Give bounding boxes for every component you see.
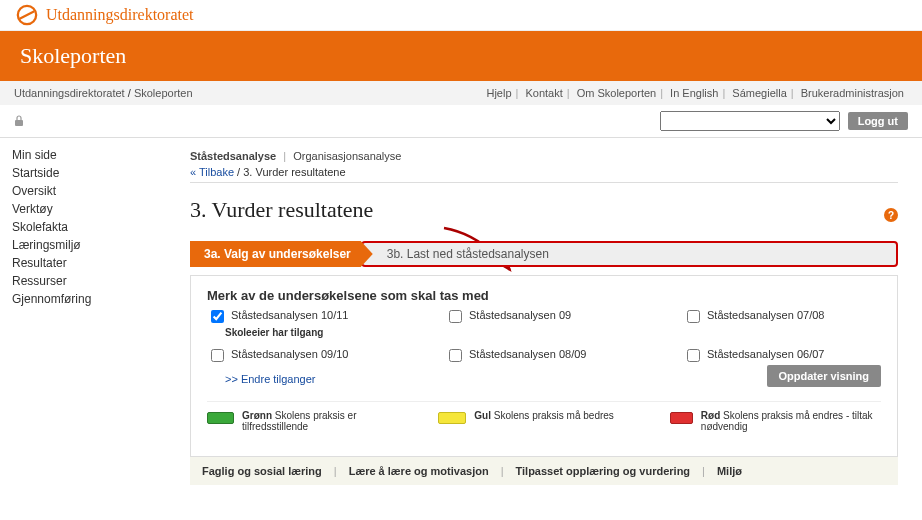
survey-checkbox-input[interactable] bbox=[687, 310, 700, 323]
checkbox-label: Ståstedsanalysen 09/10 bbox=[231, 348, 348, 360]
svg-rect-2 bbox=[15, 120, 23, 126]
survey-row: Ståstedsanalysen 10/11 Skoleeier har til… bbox=[207, 309, 881, 338]
checkbox-label: Ståstedsanalysen 07/08 bbox=[707, 309, 824, 321]
divider bbox=[190, 182, 898, 183]
tab-3a[interactable]: 3a. Valg av undersøkelser bbox=[190, 241, 373, 267]
survey-checkbox[interactable]: Ståstedsanalysen 07/08 bbox=[683, 309, 881, 326]
swatch-green bbox=[207, 412, 234, 424]
change-access-link[interactable]: >> Endre tilganger bbox=[225, 373, 316, 385]
portal-title-bar: Skoleporten bbox=[0, 31, 922, 81]
survey-checkbox[interactable]: Ståstedsanalysen 10/11 bbox=[207, 309, 405, 326]
survey-checkbox-input[interactable] bbox=[211, 310, 224, 323]
sidebar-item[interactable]: Startside bbox=[12, 164, 182, 182]
util-link[interactable]: Hjelp bbox=[486, 87, 511, 99]
access-note: Skoleeier har tilgang bbox=[225, 327, 405, 338]
survey-checkbox[interactable]: Ståstedsanalysen 09/10 bbox=[207, 348, 405, 365]
legend-yellow: Gul Skolens praksis må bedres bbox=[438, 410, 649, 432]
legend-red: Rød Skolens praksis må endres - tiltak n… bbox=[670, 410, 881, 432]
breadcrumb-link-a[interactable]: Utdanningsdirektoratet bbox=[14, 87, 125, 99]
sidebar-item[interactable]: Verktøy bbox=[12, 200, 182, 218]
survey-checkbox-input[interactable] bbox=[449, 349, 462, 362]
panel-title: Merk av de undersøkelsene som skal tas m… bbox=[207, 288, 881, 303]
sidebar-item[interactable]: Min side bbox=[12, 146, 182, 164]
logout-button[interactable]: Logg ut bbox=[848, 112, 908, 130]
brand-icon bbox=[16, 4, 38, 26]
util-link[interactable]: Kontakt bbox=[525, 87, 562, 99]
survey-checkbox-input[interactable] bbox=[449, 310, 462, 323]
sidebar-item[interactable]: Læringsmiljø bbox=[12, 236, 182, 254]
breadcrumb-link-b[interactable]: Skoleporten bbox=[134, 87, 193, 99]
sidebar: Min side Startside Oversikt Verktøy Skol… bbox=[0, 138, 182, 493]
util-link[interactable]: Brukeradministrasjon bbox=[801, 87, 904, 99]
page-breadcrumb: Ståstedsanalyse | Organisasjonsanalyse bbox=[190, 150, 898, 162]
legend: Grønn Skolens praksis er tilfredsstillen… bbox=[207, 401, 881, 440]
survey-checkbox[interactable]: Ståstedsanalysen 06/07 bbox=[683, 348, 881, 365]
sidebar-item[interactable]: Oversikt bbox=[12, 182, 182, 200]
tab-3b-highlighted[interactable]: 3b. Last ned ståstedsanalysen bbox=[361, 241, 898, 267]
brand-bar: Utdanningsdirektoratet bbox=[0, 0, 922, 31]
util-link[interactable]: In English bbox=[670, 87, 718, 99]
util-link[interactable]: Sámegiella bbox=[732, 87, 786, 99]
back-link[interactable]: Tilbake bbox=[190, 166, 234, 178]
sidebar-item[interactable]: Ressurser bbox=[12, 272, 182, 290]
brand-directorate: Utdanningsdirektoratet bbox=[46, 6, 194, 24]
checkbox-label: Ståstedsanalysen 10/11 bbox=[231, 309, 348, 321]
category-tab[interactable]: Faglig og sosial læring bbox=[202, 465, 322, 477]
crumb-a: Ståstedsanalyse bbox=[190, 150, 276, 162]
survey-checkbox-input[interactable] bbox=[687, 349, 700, 362]
legend-green: Grønn Skolens praksis er tilfredsstillen… bbox=[207, 410, 418, 432]
survey-panel: Merk av de undersøkelsene som skal tas m… bbox=[190, 275, 898, 457]
portal-title: Skoleporten bbox=[20, 43, 902, 69]
crumb-b: Organisasjonsanalyse bbox=[293, 150, 401, 162]
lock-icon bbox=[14, 115, 24, 127]
sidebar-item[interactable]: Gjennomføring bbox=[12, 290, 182, 308]
tab-3b-label: 3b. Last ned ståstedsanalysen bbox=[387, 247, 549, 261]
back-tail: 3. Vurder resultatene bbox=[243, 166, 345, 178]
checkbox-label: Ståstedsanalysen 06/07 bbox=[707, 348, 824, 360]
checkbox-label: Ståstedsanalysen 08/09 bbox=[469, 348, 586, 360]
survey-row: Ståstedsanalysen 09/10 Ståstedsanalysen … bbox=[207, 348, 881, 365]
category-tab[interactable]: Miljø bbox=[717, 465, 742, 477]
update-view-button[interactable]: Oppdater visning bbox=[767, 365, 881, 387]
step-tabs: 3a. Valg av undersøkelser 3b. Last ned s… bbox=[190, 241, 898, 267]
role-select[interactable] bbox=[660, 111, 840, 131]
util-link[interactable]: Om Skoleporten bbox=[577, 87, 656, 99]
help-icon[interactable]: ? bbox=[884, 208, 898, 222]
util-links: Hjelp| Kontakt| Om Skoleporten| In Engli… bbox=[482, 87, 908, 99]
utility-bar: Utdanningsdirektoratet / Skoleporten Hje… bbox=[0, 81, 922, 105]
swatch-yellow bbox=[438, 412, 466, 424]
top-breadcrumb: Utdanningsdirektoratet / Skoleporten bbox=[14, 87, 193, 99]
category-tab[interactable]: Lære å lære og motivasjon bbox=[349, 465, 489, 477]
main-content: Ståstedsanalyse | Organisasjonsanalyse T… bbox=[182, 138, 922, 493]
category-tab[interactable]: Tilpasset opplæring og vurdering bbox=[516, 465, 691, 477]
category-tabs: Faglig og sosial læring| Lære å lære og … bbox=[190, 457, 898, 485]
back-row: Tilbake / 3. Vurder resultatene bbox=[190, 166, 898, 178]
survey-checkbox[interactable]: Ståstedsanalysen 09 bbox=[445, 309, 643, 326]
survey-checkbox-input[interactable] bbox=[211, 349, 224, 362]
page-title: 3. Vurder resultatene bbox=[190, 197, 898, 223]
swatch-red bbox=[670, 412, 693, 424]
login-bar: Logg ut bbox=[0, 105, 922, 138]
checkbox-label: Ståstedsanalysen 09 bbox=[469, 309, 571, 321]
survey-checkbox[interactable]: Ståstedsanalysen 08/09 bbox=[445, 348, 643, 365]
sidebar-item[interactable]: Skolefakta bbox=[12, 218, 182, 236]
svg-line-1 bbox=[20, 11, 35, 18]
sidebar-item[interactable]: Resultater bbox=[12, 254, 182, 272]
